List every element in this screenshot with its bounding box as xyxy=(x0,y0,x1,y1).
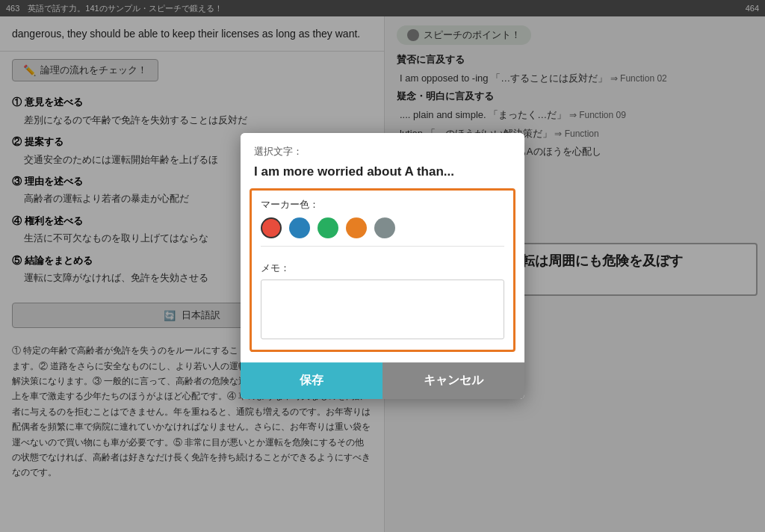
color-dot-gray[interactable] xyxy=(374,217,395,238)
modal-cancel-button[interactable]: キャンセル xyxy=(382,362,524,399)
modal-header: 選択文字： I am more worried about A than... xyxy=(241,133,524,188)
modal-color-memo-wrapper: マーカー色： メモ： xyxy=(250,188,515,352)
modal-color-label: マーカー色： xyxy=(261,198,504,211)
modal-selected-text: I am more worried about A than... xyxy=(254,163,511,181)
modal-memo-label: メモ： xyxy=(261,254,504,275)
modal-dialog: 選択文字： I am more worried about A than... … xyxy=(241,133,524,399)
color-dot-orange[interactable] xyxy=(346,217,367,238)
modal-buttons: 保存 キャンセル xyxy=(241,362,524,399)
color-dot-red[interactable] xyxy=(261,217,282,238)
color-dot-green[interactable] xyxy=(318,217,338,238)
color-dot-blue[interactable] xyxy=(289,217,310,238)
modal-memo-input[interactable] xyxy=(261,279,504,339)
color-dots xyxy=(261,217,504,238)
modal-divider xyxy=(261,246,504,247)
modal-selected-label: 選択文字： xyxy=(254,145,511,158)
modal-save-button[interactable]: 保存 xyxy=(241,362,382,399)
